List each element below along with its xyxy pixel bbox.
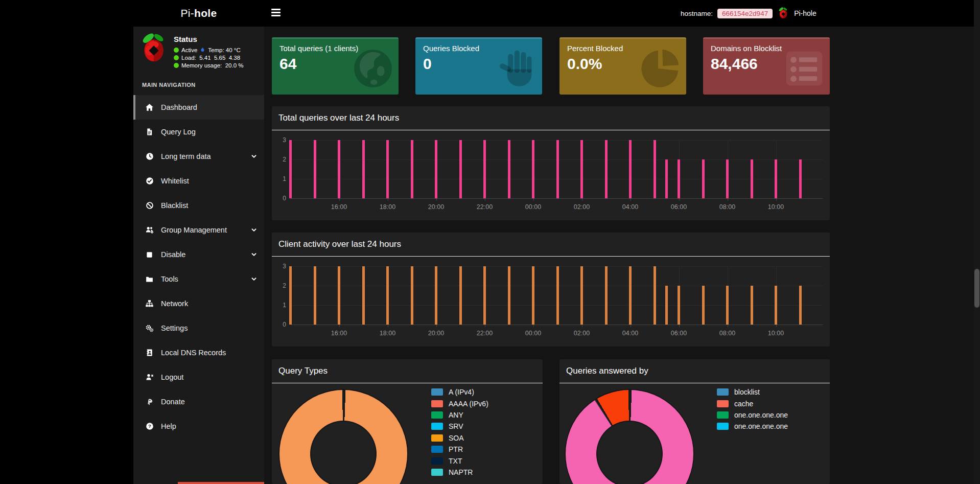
panel-divider bbox=[559, 383, 830, 383]
legend-label: SOA bbox=[449, 434, 464, 442]
x-axis-tick-label: 10:00 bbox=[762, 203, 790, 211]
app-logo: Pi-hole bbox=[133, 0, 264, 27]
sidebar-item-label: Query Log bbox=[161, 128, 196, 136]
legend-item-ptr[interactable]: PTR bbox=[431, 444, 488, 455]
folder-icon bbox=[145, 275, 154, 283]
legend-swatch bbox=[431, 469, 443, 476]
legend-item-naptr[interactable]: NAPTR bbox=[431, 467, 488, 478]
legend-item-blocklist[interactable]: blocklist bbox=[717, 386, 788, 398]
x-axis-tick bbox=[728, 325, 728, 327]
legend-swatch bbox=[431, 446, 443, 453]
bar-05:30 bbox=[665, 159, 668, 198]
sidebar-item-long-term-data[interactable]: Long term data bbox=[133, 144, 264, 169]
queries-answered-legend: blocklistcacheone.one.one.oneone.one.one… bbox=[717, 386, 788, 432]
x-axis-tick-label: 10:00 bbox=[762, 330, 790, 337]
sidebar-item-settings[interactable]: Settings bbox=[133, 316, 264, 340]
sidebar-item-whitelist[interactable]: Whitelist bbox=[133, 169, 264, 193]
x-axis-tick bbox=[728, 198, 728, 201]
sidebar-item-donate[interactable]: Donate bbox=[133, 389, 264, 414]
y-axis-tick-label: 3 bbox=[274, 136, 286, 144]
bar-07:00 bbox=[702, 286, 705, 325]
legend-item-soa[interactable]: SOA bbox=[431, 432, 488, 444]
y-gridline bbox=[291, 198, 823, 199]
sidebar-item-dashboard[interactable]: Dashboard bbox=[133, 95, 264, 120]
sidebar-item-local-dns-records[interactable]: Local DNS Records bbox=[133, 340, 264, 365]
temperature-flame-icon bbox=[200, 46, 205, 54]
scrollbar-track[interactable] bbox=[974, 0, 980, 484]
bar-05:00 bbox=[654, 140, 656, 198]
x-axis-tick bbox=[679, 198, 680, 201]
query-types-donut[interactable] bbox=[279, 390, 407, 484]
logo-suffix: hole bbox=[194, 7, 217, 19]
legend-item-one-one-one-one[interactable]: one.one.one.one bbox=[717, 409, 788, 421]
legend-label: SRV bbox=[449, 422, 463, 430]
bar-22:00 bbox=[483, 266, 486, 325]
hostname-badge: 666154e2d947 bbox=[717, 9, 773, 18]
bar-09:00 bbox=[751, 159, 753, 198]
bar-21:00 bbox=[459, 140, 462, 198]
status-row-memory: Memory usage: 20.0 % bbox=[174, 61, 243, 69]
legend-swatch bbox=[717, 400, 729, 407]
bar-04:00 bbox=[629, 140, 632, 198]
bar-15:00 bbox=[314, 266, 316, 325]
gears-icon bbox=[145, 324, 154, 332]
sidebar-item-query-log[interactable]: Query Log bbox=[133, 120, 264, 144]
legend-item-cache[interactable]: cache bbox=[717, 398, 788, 409]
x-axis-tick bbox=[388, 325, 388, 327]
x-axis-tick-label: 18:00 bbox=[374, 203, 402, 211]
bar-00:00 bbox=[532, 266, 534, 325]
legend-item-txt[interactable]: TXT bbox=[431, 455, 488, 466]
navbar-right: hostname: 666154e2d947 Pi-hole bbox=[681, 0, 816, 27]
legend-item-srv[interactable]: SRV bbox=[431, 421, 488, 432]
legend-label: PTR bbox=[449, 445, 463, 453]
y-axis-tick-label: 0 bbox=[274, 194, 286, 202]
legend-item-aaaa-ipv6[interactable]: AAAA (IPv6) bbox=[431, 398, 488, 409]
legend-label: A (IPv4) bbox=[449, 388, 474, 396]
network-icon bbox=[145, 299, 154, 308]
bar-10:00 bbox=[775, 159, 777, 198]
x-axis-tick bbox=[679, 325, 680, 327]
y-axis-tick-label: 2 bbox=[274, 155, 286, 164]
legend-item-a-ipv4[interactable]: A (IPv4) bbox=[431, 386, 488, 398]
x-axis-tick-label: 18:00 bbox=[374, 330, 402, 337]
globe-icon bbox=[352, 47, 394, 90]
x-axis-tick-label: 04:00 bbox=[616, 330, 645, 337]
card-percent-blocked: Percent Blocked0.0% bbox=[559, 37, 686, 95]
legend-item-one-one-one-one[interactable]: one.one.one.one bbox=[717, 421, 788, 432]
bar-20:00 bbox=[435, 266, 437, 325]
bar-05:30 bbox=[665, 286, 668, 325]
sidebar-item-tools[interactable]: Tools bbox=[133, 267, 264, 291]
scrollbar-thumb[interactable] bbox=[974, 269, 979, 308]
sidebar: Status Active Temp: 40 °C Load: 5.41 5.6… bbox=[133, 27, 264, 484]
legend-swatch bbox=[431, 388, 443, 396]
sidebar-item-label: Dashboard bbox=[161, 103, 197, 111]
x-axis-tick bbox=[339, 325, 340, 327]
sidebar-menu: DashboardQuery LogLong term dataWhitelis… bbox=[133, 95, 264, 439]
status-title: Status bbox=[174, 35, 197, 43]
panel-divider bbox=[272, 383, 543, 383]
queries-answered-donut[interactable] bbox=[566, 390, 693, 484]
x-axis-tick-label: 06:00 bbox=[665, 330, 693, 337]
status-load-label: Load: 5.41 5.65 4.38 bbox=[181, 55, 240, 61]
chevron-down-icon bbox=[250, 251, 258, 260]
bar-15:00 bbox=[314, 140, 316, 198]
legend-swatch bbox=[431, 434, 443, 442]
sidebar-item-network[interactable]: Network bbox=[133, 291, 264, 316]
menu-toggle-icon[interactable] bbox=[271, 8, 284, 18]
file-icon bbox=[145, 128, 154, 136]
sidebar-item-blacklist[interactable]: Blacklist bbox=[133, 193, 264, 218]
sidebar-item-help[interactable]: ?Help bbox=[133, 414, 264, 439]
legend-swatch bbox=[717, 423, 729, 430]
legend-item-any[interactable]: ANY bbox=[431, 409, 488, 421]
sidebar-item-disable[interactable]: Disable bbox=[133, 242, 264, 267]
panel-title: Queries answered by bbox=[566, 366, 648, 376]
x-axis-tick bbox=[533, 325, 534, 327]
sidebar-item-group-management[interactable]: Group Management bbox=[133, 218, 264, 242]
bar-02:00 bbox=[580, 266, 583, 325]
sidebar-item-logout[interactable]: Logout bbox=[133, 365, 264, 389]
bar-00:00 bbox=[532, 140, 534, 198]
chevron-down-icon bbox=[250, 275, 258, 285]
stop-icon bbox=[145, 251, 154, 259]
bar-06:00 bbox=[678, 159, 680, 198]
sidebar-item-label: Long term data bbox=[161, 152, 211, 160]
